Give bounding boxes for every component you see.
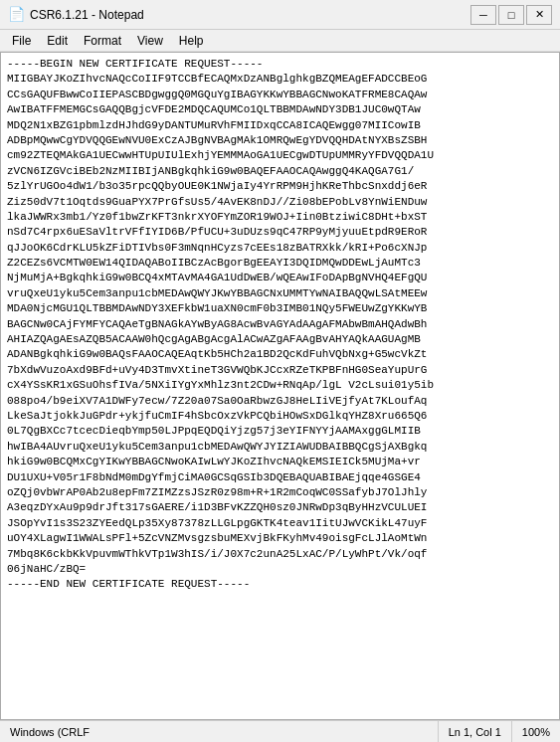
text-editor-content[interactable]: -----BEGIN NEW CERTIFICATE REQUEST----- … [0,52,560,720]
zoom-text: 100% [522,726,550,738]
title-bar-left: 📄 CSR6.1.21 - Notepad [8,7,144,23]
menu-bar: File Edit Format View Help [0,30,560,52]
certificate-text: -----BEGIN NEW CERTIFICATE REQUEST----- … [7,57,553,593]
menu-format[interactable]: Format [76,32,129,50]
menu-edit[interactable]: Edit [39,32,76,50]
status-position: Ln 1, Col 1 [439,721,512,742]
minimize-button[interactable]: ─ [470,5,496,25]
menu-help[interactable]: Help [171,32,212,50]
app-icon: 📄 [8,7,24,23]
status-bar: Windows (CRLF Ln 1, Col 1 100% [0,720,560,742]
position-text: Ln 1, Col 1 [449,726,501,738]
menu-view[interactable]: View [129,32,171,50]
menu-file[interactable]: File [4,32,39,50]
status-zoom: 100% [512,721,560,742]
title-text: CSR6.1.21 - Notepad [30,8,144,22]
close-button[interactable]: ✕ [526,5,552,25]
maximize-button[interactable]: □ [498,5,524,25]
encoding-text: Windows (CRLF [10,726,90,738]
title-bar-controls: ─ □ ✕ [470,5,552,25]
status-encoding: Windows (CRLF [0,721,439,742]
title-bar: 📄 CSR6.1.21 - Notepad ─ □ ✕ [0,0,560,30]
